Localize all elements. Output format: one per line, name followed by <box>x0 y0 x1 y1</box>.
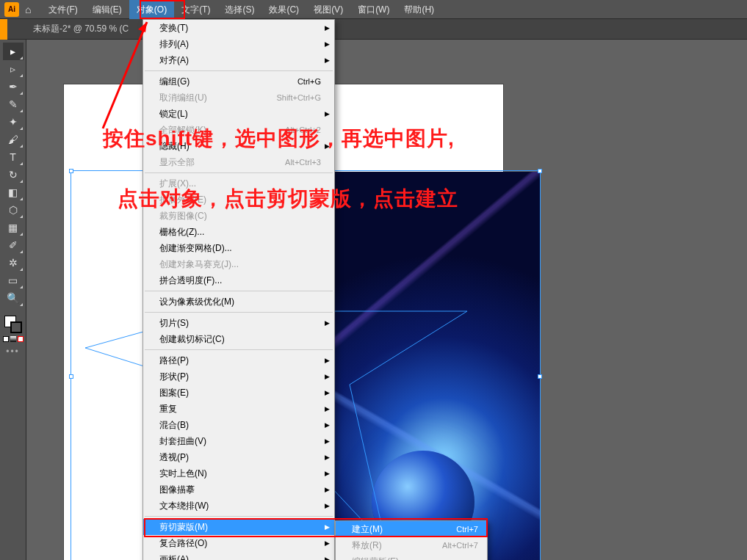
eraser-tool[interactable]: ◧ <box>3 183 24 201</box>
menu-item[interactable]: 路径(P)▶ <box>143 352 334 368</box>
menu-item-label: 画板(A) <box>159 553 321 561</box>
menu-help[interactable]: 帮助(H) <box>397 0 441 19</box>
menu-item: 扩展(X)... <box>143 175 334 192</box>
menu-text[interactable]: 文字(T) <box>174 0 217 19</box>
top-bar: Ai ⌂ 文件(F) 编辑(E) 对象(O) 文字(T) 选择(S) 效果(C)… <box>0 0 747 19</box>
submenu-item-label: 释放(R) <box>352 539 442 552</box>
menu-item[interactable]: 复合路径(O)▶ <box>143 535 334 551</box>
menu-item-label: 裁剪图像(C) <box>159 210 321 222</box>
submenu-item-label: 编辑蒙版(E) <box>352 556 478 561</box>
menu-item-label: 透视(P) <box>159 451 321 464</box>
selection-tool[interactable]: ▸ <box>3 43 24 60</box>
menu-item[interactable]: 混合(B)▶ <box>143 417 334 433</box>
menu-object[interactable]: 对象(O) <box>129 0 174 19</box>
menu-item[interactable]: 实时上色(N)▶ <box>143 465 334 481</box>
menu-effect[interactable]: 效果(C) <box>261 0 306 19</box>
curvature-tool[interactable]: ✎ <box>3 95 24 113</box>
menu-item-label: 形状(P) <box>159 371 321 383</box>
menu-item-label: 封套扭曲(V) <box>159 435 321 448</box>
menu-item-shortcut: Ctrl+G <box>297 77 321 86</box>
menu-item-label: 实时上色(N) <box>159 468 321 480</box>
menu-item[interactable]: 编组(G)Ctrl+G <box>143 73 334 90</box>
pen-tool[interactable]: ✒ <box>3 78 24 95</box>
menu-item: 显示全部Alt+Ctrl+3 <box>143 154 334 170</box>
submenu-arrow-icon: ▶ <box>325 556 330 560</box>
menu-separator <box>145 312 333 313</box>
menu-item-shortcut: Alt+Ctrl+2 <box>285 126 321 134</box>
document-tab[interactable]: 未标题-2* @ 70.59 % (C <box>33 23 129 35</box>
menu-item[interactable]: 排列(A)▶ <box>143 36 334 52</box>
submenu-item-shortcut: Ctrl+7 <box>456 525 478 534</box>
menu-item-label: 隐藏(H) <box>159 140 321 153</box>
menu-item[interactable]: 设为像素级优化(M) <box>143 294 334 310</box>
menu-item[interactable]: 剪切蒙版(M)▶ <box>143 519 334 535</box>
menu-item[interactable]: 变换(T)▶ <box>143 20 334 36</box>
menu-bar: 文件(F) 编辑(E) 对象(O) 文字(T) 选择(S) 效果(C) 视图(V… <box>41 0 441 19</box>
submenu-arrow-icon: ▶ <box>325 110 330 117</box>
menu-item: 扩展外观(E) <box>143 192 334 208</box>
clipmask-submenu: 建立(M)Ctrl+7释放(R)Alt+Ctrl+7编辑蒙版(E) <box>335 520 488 560</box>
submenu-item[interactable]: 建立(M)Ctrl+7 <box>336 521 487 537</box>
type-tool[interactable]: T <box>3 148 24 166</box>
menu-item-label: 混合(B) <box>159 419 321 432</box>
menu-item[interactable]: 封套扭曲(V)▶ <box>143 433 334 449</box>
artboard-tool[interactable]: ▭ <box>3 272 24 289</box>
menu-item-label: 显示全部 <box>159 156 285 169</box>
submenu-arrow-icon: ▶ <box>325 470 330 477</box>
menu-item[interactable]: 图像描摹▶ <box>143 481 334 498</box>
menu-edit[interactable]: 编辑(E) <box>85 0 129 19</box>
menu-separator <box>145 349 333 350</box>
menu-item[interactable]: 拼合透明度(F)... <box>143 272 334 288</box>
menu-item[interactable]: 对齐(A)▶ <box>143 52 334 68</box>
menu-item-label: 变换(T) <box>159 22 321 34</box>
menu-item-label: 重复 <box>159 403 321 415</box>
menu-item[interactable]: 隐藏(H)▶ <box>143 138 334 154</box>
symbol-sprayer-tool[interactable]: ✲ <box>3 254 24 272</box>
submenu-item-shortcut: Alt+Ctrl+7 <box>442 541 478 550</box>
direct-selection-tool[interactable]: ▹ <box>3 60 24 78</box>
color-mode-row[interactable]: / <box>3 336 24 342</box>
menu-file[interactable]: 文件(F) <box>41 0 84 19</box>
menu-item[interactable]: 图案(E)▶ <box>143 385 334 401</box>
menu-item[interactable]: 创建裁切标记(C) <box>143 331 334 347</box>
menu-view[interactable]: 视图(V) <box>306 0 350 19</box>
shape-builder-tool[interactable]: ⬡ <box>3 201 24 219</box>
submenu-arrow-icon: ▶ <box>325 437 330 445</box>
menu-item[interactable]: 栅格化(Z)... <box>143 224 334 240</box>
menu-window[interactable]: 窗口(W) <box>350 0 397 19</box>
menu-item[interactable]: 切片(S)▶ <box>143 315 334 331</box>
menu-item: 取消编组(U)Shift+Ctrl+G <box>143 90 334 106</box>
menu-item-label: 剪切蒙版(M) <box>159 521 321 534</box>
menu-item-label: 排列(A) <box>159 38 321 51</box>
menu-item[interactable]: 画板(A)▶ <box>143 551 334 560</box>
menu-item-label: 扩展外观(E) <box>159 194 321 206</box>
canvas-area[interactable] <box>26 40 747 560</box>
submenu-arrow-icon: ▶ <box>325 24 330 32</box>
menu-separator <box>145 291 333 291</box>
submenu-arrow-icon: ▶ <box>325 405 330 412</box>
submenu-item: 释放(R)Alt+Ctrl+7 <box>336 537 487 553</box>
wand-tool[interactable]: ✦ <box>3 113 24 131</box>
eyedropper-tool[interactable]: ✐ <box>3 236 24 254</box>
fill-stroke-swatch[interactable] <box>4 316 22 333</box>
menu-item[interactable]: 形状(P)▶ <box>143 368 334 385</box>
more-tools[interactable]: ••• <box>6 346 20 357</box>
menu-item: 创建对象马赛克(J)... <box>143 256 334 272</box>
home-icon[interactable]: ⌂ <box>25 4 31 15</box>
menu-item[interactable]: 文本绕排(W)▶ <box>143 498 334 514</box>
brush-tool[interactable]: 🖌 <box>3 131 24 148</box>
submenu-arrow-icon: ▶ <box>325 421 330 429</box>
submenu-arrow-icon: ▶ <box>325 40 330 48</box>
rotate-tool[interactable]: ↻ <box>3 166 24 183</box>
menu-item[interactable]: 透视(P)▶ <box>143 449 334 465</box>
menu-item-label: 拼合透明度(F)... <box>159 274 321 287</box>
menu-item[interactable]: 重复▶ <box>143 401 334 417</box>
menu-item[interactable]: 锁定(L)▶ <box>143 106 334 122</box>
menu-item-label: 文本绕排(W) <box>159 500 321 512</box>
zoom-tool[interactable]: 🔍 <box>3 289 24 307</box>
menu-item-label: 创建渐变网格(D)... <box>159 242 321 255</box>
menu-select[interactable]: 选择(S) <box>217 0 261 19</box>
menu-item[interactable]: 创建渐变网格(D)... <box>143 240 334 256</box>
toolbox: ▸ ▹ ✒ ✎ ✦ 🖌 T ↻ ◧ ⬡ ▦ ✐ ✲ ▭ 🔍 / ••• <box>0 40 26 560</box>
gradient-tool[interactable]: ▦ <box>3 219 24 236</box>
